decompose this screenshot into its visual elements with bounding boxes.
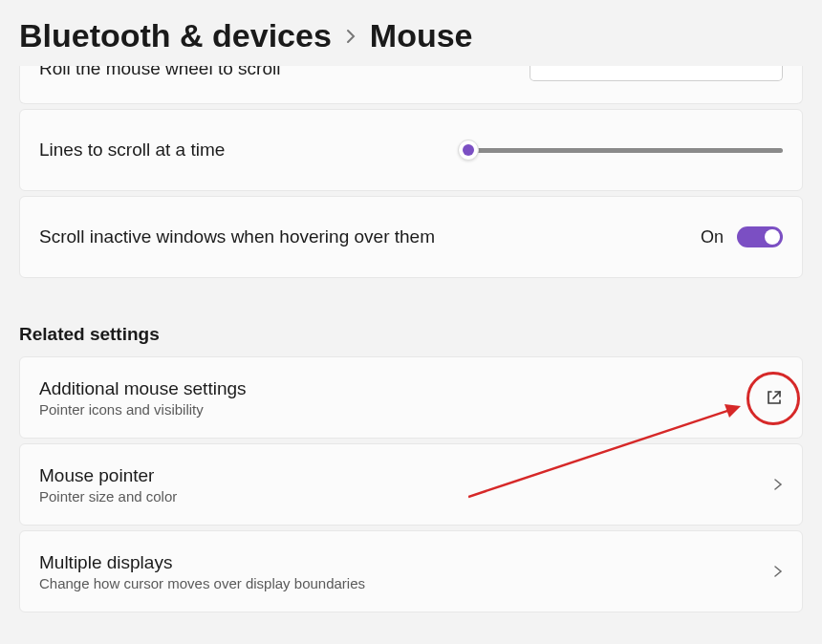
multiple-displays-link[interactable]: Multiple displays Change how cursor move… — [19, 530, 803, 612]
scroll-inactive-label: Scroll inactive windows when hovering ov… — [39, 226, 435, 247]
mouse-pointer-link[interactable]: Mouse pointer Pointer size and color — [19, 443, 803, 526]
additional-mouse-settings-link[interactable]: Additional mouse settings Pointer icons … — [19, 356, 803, 439]
chevron-right-icon — [773, 565, 783, 578]
mouse-pointer-subtitle: Pointer size and color — [39, 488, 177, 504]
toggle-knob-icon — [765, 229, 780, 245]
lines-to-scroll-card: Lines to scroll at a time — [19, 109, 803, 191]
scroll-wheel-card: Roll the mouse wheel to scroll — [19, 66, 803, 104]
chevron-right-icon — [773, 478, 783, 491]
breadcrumb-current: Mouse — [370, 17, 473, 54]
scroll-inactive-toggle[interactable] — [737, 226, 783, 247]
mouse-pointer-title: Mouse pointer — [39, 465, 177, 486]
scroll-inactive-card: Scroll inactive windows when hovering ov… — [19, 196, 803, 278]
scroll-wheel-dropdown[interactable] — [530, 66, 783, 81]
additional-mouse-title: Additional mouse settings — [39, 378, 247, 399]
scroll-wheel-label: Roll the mouse wheel to scroll — [39, 66, 280, 79]
slider-thumb-icon[interactable] — [458, 140, 479, 161]
breadcrumb: Bluetooth & devices Mouse — [0, 0, 822, 54]
chevron-right-icon — [345, 29, 357, 44]
breadcrumb-parent[interactable]: Bluetooth & devices — [19, 17, 332, 54]
lines-to-scroll-label: Lines to scroll at a time — [39, 140, 225, 161]
open-external-icon — [766, 389, 783, 406]
related-settings-title: Related settings — [19, 324, 803, 345]
lines-slider[interactable] — [463, 148, 783, 153]
multiple-displays-title: Multiple displays — [39, 552, 365, 573]
additional-mouse-subtitle: Pointer icons and visibility — [39, 401, 247, 418]
multiple-displays-subtitle: Change how cursor moves over display bou… — [39, 575, 365, 591]
toggle-state-label: On — [701, 227, 724, 247]
